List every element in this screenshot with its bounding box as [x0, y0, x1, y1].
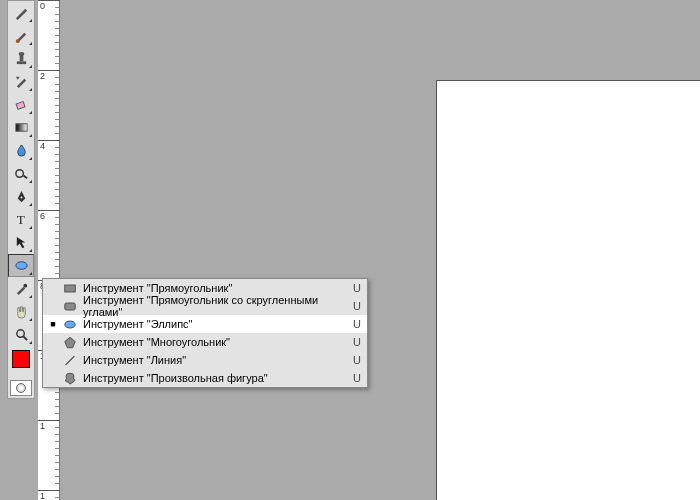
flyout-shortcut: U — [353, 318, 361, 330]
flyout-indicator-icon — [29, 65, 32, 68]
tool-brush[interactable] — [8, 24, 34, 47]
shape-tool-flyout: Инструмент "Прямоугольник" U Инструмент … — [42, 278, 368, 388]
flyout-label: Инструмент "Произвольная фигура" — [83, 372, 347, 384]
custom-icon — [63, 371, 77, 385]
flyout-indicator-icon — [29, 249, 32, 252]
flyout-label: Инструмент "Эллипс" — [83, 318, 347, 330]
tool-pen[interactable] — [8, 1, 34, 24]
svg-point-3 — [18, 52, 24, 56]
foreground-color[interactable] — [12, 350, 30, 368]
flyout-indicator-icon — [29, 341, 32, 344]
rect-icon — [63, 281, 77, 295]
tool-shape[interactable] — [8, 254, 34, 277]
flyout-indicator-icon — [29, 19, 32, 22]
flyout-label: Инструмент "Линия" — [83, 354, 347, 366]
svg-rect-1 — [16, 61, 25, 64]
flyout-item-ellipse[interactable]: ■ Инструмент "Эллипс" U — [43, 315, 367, 333]
svg-point-10 — [15, 262, 26, 270]
tool-clone[interactable] — [8, 47, 34, 70]
tool-zoom[interactable] — [8, 323, 34, 346]
flyout-shortcut: U — [353, 282, 361, 294]
flyout-label: Инструмент "Многоугольник" — [83, 336, 347, 348]
ruler-tick: 0 — [38, 0, 60, 11]
flyout-indicator-icon — [29, 272, 32, 275]
flyout-shortcut: U — [353, 300, 361, 312]
flyout-indicator-icon — [29, 226, 32, 229]
flyout-indicator-icon — [29, 295, 32, 298]
flyout-item-rrect[interactable]: Инструмент "Прямоугольник со скругленным… — [43, 297, 367, 315]
svg-point-16 — [65, 321, 76, 328]
tool-type[interactable]: T — [8, 208, 34, 231]
flyout-item-line[interactable]: Инструмент "Линия" U — [43, 351, 367, 369]
flyout-label: Инструмент "Прямоугольник" — [83, 282, 347, 294]
poly-icon — [63, 335, 77, 349]
tool-history-brush[interactable] — [8, 70, 34, 93]
selected-dot-icon: ■ — [49, 319, 57, 329]
flyout-indicator-icon — [29, 180, 32, 183]
svg-text:T: T — [16, 212, 24, 227]
flyout-shortcut: U — [353, 354, 361, 366]
ruler-tick: 6 — [38, 210, 60, 221]
ellipse-icon — [63, 317, 77, 331]
flyout-shortcut: U — [353, 372, 361, 384]
tool-gradient[interactable] — [8, 116, 34, 139]
flyout-item-custom[interactable]: Инструмент "Произвольная фигура" U — [43, 369, 367, 387]
svg-line-13 — [23, 336, 27, 340]
vertical-ruler: 02468111 — [38, 0, 60, 500]
svg-rect-2 — [19, 55, 23, 62]
tool-eraser[interactable] — [8, 93, 34, 116]
flyout-label: Инструмент "Прямоугольник со скругленным… — [83, 294, 347, 318]
svg-point-11 — [23, 284, 27, 288]
ruler-tick: 1 — [38, 420, 60, 431]
svg-line-18 — [66, 356, 75, 365]
flyout-indicator-icon — [29, 134, 32, 137]
svg-rect-15 — [65, 303, 76, 310]
flyout-indicator-icon — [29, 88, 32, 91]
flyout-indicator-icon — [29, 111, 32, 114]
svg-rect-5 — [15, 124, 26, 132]
ruler-tick: 1 — [38, 490, 60, 500]
toolbox: T — [7, 0, 35, 399]
ruler-tick: 4 — [38, 140, 60, 151]
tool-eyedropper[interactable] — [8, 277, 34, 300]
flyout-item-poly[interactable]: Инструмент "Многоугольник" U — [43, 333, 367, 351]
svg-point-6 — [15, 170, 23, 178]
tool-hand[interactable] — [8, 300, 34, 323]
svg-point-12 — [16, 330, 24, 338]
quickmask-toggle[interactable] — [10, 380, 32, 396]
svg-marker-17 — [65, 337, 76, 348]
tool-path-select[interactable] — [8, 231, 34, 254]
flyout-shortcut: U — [353, 336, 361, 348]
tool-pen-path[interactable] — [8, 185, 34, 208]
line-icon — [63, 353, 77, 367]
flyout-indicator-icon — [29, 42, 32, 45]
rrect-icon — [63, 299, 77, 313]
svg-rect-14 — [65, 285, 76, 292]
svg-point-0 — [15, 39, 19, 43]
ruler-tick: 2 — [38, 70, 60, 81]
svg-rect-4 — [16, 102, 25, 110]
tool-dodge[interactable] — [8, 162, 34, 185]
svg-point-8 — [20, 197, 22, 199]
tool-blur[interactable] — [8, 139, 34, 162]
flyout-indicator-icon — [29, 203, 32, 206]
color-swatches[interactable] — [8, 346, 34, 378]
flyout-indicator-icon — [29, 318, 32, 321]
flyout-indicator-icon — [29, 157, 32, 160]
svg-line-7 — [23, 175, 27, 178]
canvas[interactable] — [436, 80, 700, 500]
